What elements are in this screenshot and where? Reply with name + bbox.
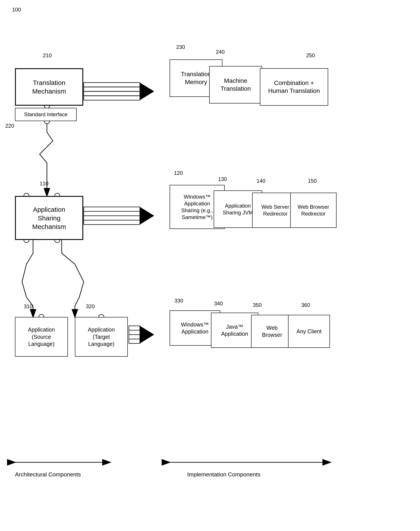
svg-marker-22 [140, 326, 154, 343]
standard-interface-box: Standard Interface [15, 108, 77, 121]
ref-240: 240 [216, 49, 225, 55]
machine-translation-box: MachineTranslation [209, 66, 262, 103]
application-source-box: Application(SourceLanguage) [15, 317, 68, 357]
ref-360: 360 [301, 302, 310, 308]
combination-human-box: Combination +Human Translation [260, 68, 328, 106]
ref-210: 210 [43, 52, 52, 59]
svg-marker-14 [140, 207, 154, 224]
implementation-label: Implementation Components [187, 471, 260, 478]
architectural-label: Architectural Components [15, 471, 81, 478]
any-client-box: Any Client [288, 315, 330, 348]
ref-110: 110 [40, 180, 48, 187]
ref-330: 330 [174, 298, 183, 304]
ref-220: 220 [5, 123, 14, 129]
ref-320: 320 [86, 303, 95, 310]
web-browser-redirector-box: Web BrowserRedirector [290, 193, 337, 228]
web-browser-box: WebBrowser [251, 315, 293, 348]
ref-120: 120 [174, 170, 183, 176]
ref-100: 100 [12, 7, 21, 13]
ref-150: 150 [308, 178, 317, 184]
ref-130: 130 [218, 176, 227, 182]
translation-mechanism-box: Translation Mechanism [15, 68, 83, 106]
svg-marker-6 [140, 83, 154, 100]
application-target-box: Application(TargetLanguage) [75, 317, 128, 357]
ref-350: 350 [253, 302, 262, 308]
application-sharing-box: ApplicationSharingMechanism [15, 196, 83, 240]
ref-340: 340 [214, 300, 223, 307]
diagram-container: 100 210 Translation Mechanism 220 Standa… [0, 0, 420, 531]
ref-250: 250 [306, 52, 315, 59]
ref-140: 140 [256, 178, 265, 184]
ref-310: 310 [24, 303, 33, 310]
ref-230: 230 [176, 44, 185, 50]
